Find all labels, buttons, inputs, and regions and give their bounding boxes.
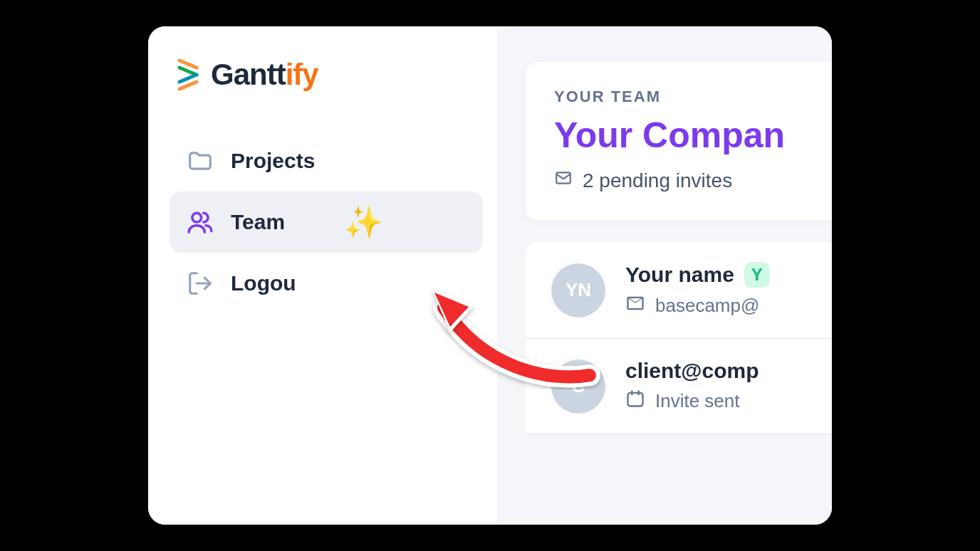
svg-point-0: [192, 213, 202, 222]
main-panel: YOUR TEAM Your Compan 2 pending invites …: [497, 26, 832, 525]
sidebar-item-projects[interactable]: Projects: [170, 130, 483, 191]
sidebar-item-label: Projects: [231, 149, 315, 173]
folder-icon: [187, 147, 214, 174]
pending-invites: 2 pending invites: [554, 169, 803, 192]
sidebar-item-label: Logou: [231, 271, 296, 295]
member-info: Your name Y basecamp@: [625, 262, 806, 318]
logo[interactable]: Ganttify: [177, 55, 483, 95]
sidebar-item-logout[interactable]: Logou: [170, 253, 483, 314]
team-name: Your Compan: [554, 115, 803, 156]
avatar: C: [551, 360, 605, 414]
member-status: Invite sent: [625, 389, 806, 414]
member-list: YN Your name Y basecamp@: [526, 242, 832, 434]
member-email: basecamp@: [625, 293, 806, 318]
team-section-label: YOUR TEAM: [554, 88, 803, 106]
logout-icon: [187, 270, 214, 297]
sidebar-item-team[interactable]: Team ✨: [170, 191, 483, 253]
member-info: client@comp Invite sent: [625, 359, 806, 414]
team-card: YOUR TEAM Your Compan 2 pending invites: [526, 62, 832, 221]
sparkle-icon: ✨: [344, 204, 383, 241]
calendar-icon: [625, 389, 645, 414]
svg-rect-3: [628, 393, 643, 406]
sidebar-item-label: Team: [231, 210, 285, 234]
users-icon: [187, 209, 214, 236]
app-window: Ganttify Projects: [148, 26, 832, 525]
logo-mark-icon: [177, 55, 205, 95]
envelope-icon: [554, 169, 573, 192]
member-name: Your name Y: [625, 262, 806, 288]
pending-invites-text: 2 pending invites: [583, 169, 732, 192]
member-name: client@comp: [625, 359, 806, 383]
envelope-icon: [625, 293, 645, 318]
member-row[interactable]: C client@comp Invite sent: [526, 339, 832, 434]
sidebar: Ganttify Projects: [148, 26, 497, 525]
you-badge: Y: [744, 262, 770, 288]
logo-text: Ganttify: [211, 58, 318, 92]
avatar: YN: [551, 263, 605, 318]
member-row[interactable]: YN Your name Y basecamp@: [526, 242, 832, 339]
nav: Projects Team ✨: [170, 130, 483, 314]
